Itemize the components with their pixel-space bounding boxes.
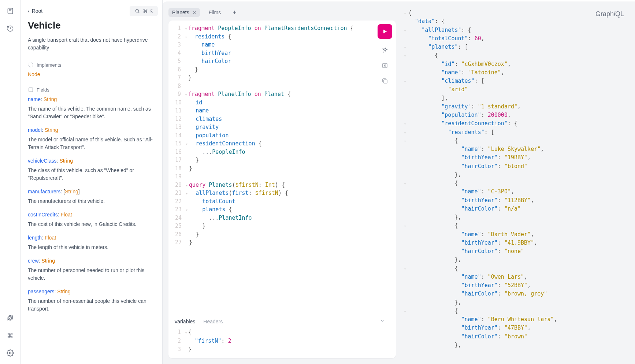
query-editor[interactable]: 1▾fragment PeopleInfo on PlanetResidents… (168, 21, 374, 313)
search-button[interactable]: ⌘ K (130, 6, 158, 16)
refresh-icon[interactable] (6, 313, 15, 322)
field-type[interactable]: String (45, 127, 58, 133)
tab-close-icon[interactable]: ✕ (192, 10, 196, 15)
query-editor-wrap: 1▾fragment PeopleInfo on PlanetResidents… (168, 21, 396, 358)
code-line: 12 climates (168, 115, 374, 123)
tab-films[interactable]: Films (205, 8, 224, 17)
editor-tabs: Planets✕Films+ (168, 7, 396, 21)
field-length: length: Float (28, 235, 158, 241)
field-type[interactable]: String (44, 96, 57, 102)
field-description: The model or official name of this vehic… (28, 136, 158, 151)
field-manufacturers: manufacturers: [String] (28, 189, 158, 194)
field-name[interactable]: length (28, 235, 42, 241)
result-line: ▾ { (402, 307, 629, 315)
code-line: 27 } (168, 238, 374, 247)
code-line: 3 name (168, 41, 374, 49)
field-crew: crew: String (28, 258, 158, 264)
result-line: }, (402, 256, 629, 264)
run-button[interactable] (378, 24, 392, 39)
prettify-button[interactable] (381, 46, 389, 54)
field-type[interactable]: Float (45, 235, 56, 241)
search-shortcut-label: ⌘ K (143, 8, 153, 14)
svg-point-1 (9, 352, 11, 354)
svg-point-2 (135, 9, 138, 12)
field-name[interactable]: vehicleClass (28, 158, 57, 164)
field-description: The manufacturers of this vehicle. (28, 197, 158, 205)
fields-section-header: Fields (28, 87, 158, 93)
settings-icon[interactable] (6, 349, 15, 357)
field-type[interactable]: String (41, 258, 55, 264)
implements-icon (28, 62, 34, 68)
add-tab-button[interactable]: + (230, 9, 239, 16)
field-type[interactable]: String (57, 289, 71, 294)
field-description: The number of non-essential people this … (28, 297, 158, 313)
result-line: "hairColor": "brown, grey" (402, 290, 629, 298)
copy-button[interactable] (381, 77, 389, 85)
field-type[interactable]: String (59, 158, 73, 164)
result-line: }, (402, 341, 629, 349)
result-line: "name": "Tatooine", (402, 68, 629, 77)
result-line: ▾ { (402, 137, 629, 145)
tab-planets[interactable]: Planets✕ (168, 8, 200, 17)
chevron-down-icon[interactable] (380, 318, 385, 324)
variables-tab[interactable]: Variables (174, 319, 195, 324)
field-description: The name of this vehicle. The common nam… (28, 105, 158, 120)
code-line: 24 ...PlanetInfo (168, 214, 374, 222)
result-line: "name": "Owen Lars", (402, 273, 629, 281)
field-name[interactable]: passengers (28, 289, 54, 294)
field-name[interactable]: manufacturers (28, 189, 60, 194)
result-line: }, (402, 171, 629, 179)
doc-title: Vehicle (28, 20, 158, 31)
code-line: 26 } (168, 230, 374, 239)
field-name[interactable]: crew (28, 258, 39, 264)
result-line: ▾ { (402, 179, 629, 187)
code-line: 10 id (168, 99, 374, 107)
result-line: "arid" (402, 85, 629, 94)
history-icon[interactable] (6, 24, 15, 33)
result-line: "hairColor": "brown" (402, 333, 629, 341)
keyboard-shortcuts-icon[interactable]: ⌘ (6, 331, 15, 340)
results-pane[interactable]: ▾{ "data": {▾ "allPlanets": { "totalCoun… (402, 7, 629, 358)
result-line: "hairColor": "none" (402, 247, 629, 256)
main-area: Planets✕Films+ 1▾fragment PeopleInfo on … (163, 1, 635, 364)
docs-icon[interactable] (6, 7, 15, 15)
vars-line: 1▾{ (168, 328, 391, 337)
sidebar-icon-column: ⌘ (0, 0, 21, 364)
root-breadcrumb[interactable]: ‹ Root (28, 8, 42, 14)
implements-name[interactable]: Node (28, 71, 158, 77)
code-line: 15▾ residentConnection { (168, 140, 374, 148)
code-line: 9▾fragment PlanetInfo on Planet { (168, 90, 374, 99)
result-line: ▾ { (402, 51, 629, 60)
field-type[interactable]: String (65, 189, 78, 194)
field-name[interactable]: model (28, 127, 42, 133)
result-line: "birthYear": "112BBY", (402, 196, 629, 205)
field-description: The class of this vehicle, such as "Whee… (28, 167, 158, 182)
result-line: "birthYear": "52BBY", (402, 281, 629, 290)
svg-rect-6 (384, 80, 387, 83)
result-line: ], (402, 94, 629, 103)
result-line: ▾ "climates": [ (402, 77, 629, 85)
result-line: "data": { (402, 17, 629, 26)
code-line: 23▾ planets { (168, 205, 374, 214)
implements-section-header: Implements (28, 62, 158, 68)
headers-tab[interactable]: Headers (203, 319, 223, 324)
code-line: 7 } (168, 74, 374, 82)
result-line: ▾ "residents": [ (402, 128, 629, 137)
field-description: The length of this vehicle in meters. (28, 244, 158, 251)
code-line: 5 hairColor (168, 57, 374, 66)
field-costInCredits: costInCredits: Float (28, 212, 158, 218)
result-line: "hairColor": "n/a" (402, 205, 629, 213)
result-line: ▾ "allPlanets": { (402, 26, 629, 34)
result-line: ▾ { (402, 264, 629, 273)
result-line: "totalCount": 60, (402, 34, 629, 43)
code-line: 18 } (168, 164, 374, 173)
result-line: "birthYear": "47BBY", (402, 324, 629, 332)
svg-rect-4 (29, 88, 33, 92)
bottom-pane: Variables Headers 1▾{2 "firstN": 23 } (168, 313, 396, 358)
field-type[interactable]: Float (60, 212, 72, 218)
variables-editor[interactable]: 1▾{2 "firstN": 23 } (168, 328, 391, 354)
merge-button[interactable] (381, 62, 389, 70)
field-name[interactable]: name (28, 96, 41, 102)
field-name[interactable]: costInCredits (28, 212, 58, 218)
docs-panel: ‹ Root ⌘ K Vehicle A single transport cr… (21, 0, 163, 364)
